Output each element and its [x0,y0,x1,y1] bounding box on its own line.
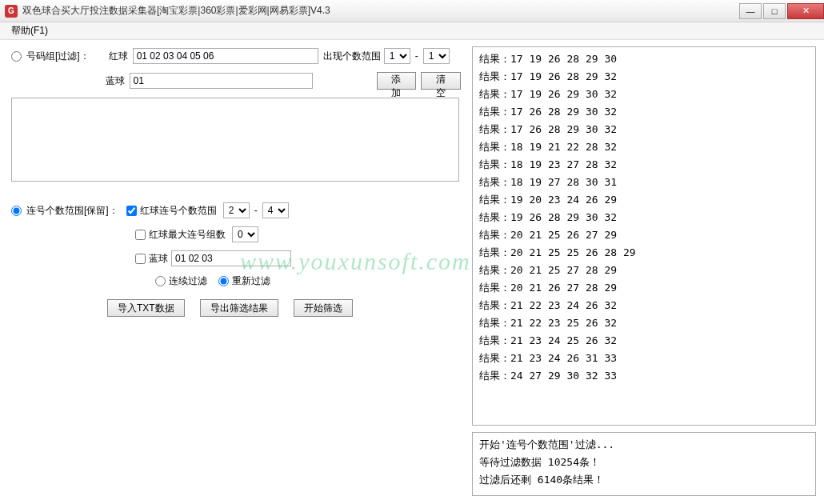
range-sep: - [415,50,418,62]
consecutive-range-section: 连号个数范围[保留]： 红球连号个数范围 2 - 4 红球最大连号组数 0 蓝球… [11,202,461,317]
result-line: 结果：21 23 24 25 26 32 [479,332,809,350]
restart-filter-option[interactable]: 重新过滤 [218,274,270,288]
result-line: 结果：19 20 23 24 26 29 [479,191,809,209]
red-range-to-select[interactable]: 4 [262,202,289,218]
result-line: 结果：17 26 28 29 30 32 [479,103,809,121]
consecutive-range-radio[interactable] [11,206,22,216]
result-line: 结果：21 22 23 25 26 32 [479,314,809,332]
add-button[interactable]: 添加 [377,72,417,90]
menu-help[interactable]: 帮助(F1) [5,22,54,39]
result-line: 结果：17 19 26 29 30 32 [479,86,809,103]
maximize-button[interactable]: □ [763,3,786,19]
log-line: 开始'连号个数范围'过滤... [479,436,809,454]
red-range-from-select[interactable]: 2 [223,202,250,218]
appear-range-label: 出现个数范围 [323,50,381,63]
window-title: 双色球合买大厅投注数据采集器[淘宝彩票|360彩票|爱彩网|网易彩票]V4.3 [22,4,738,18]
close-button[interactable]: ✕ [787,3,824,19]
blue-ball-label: 蓝球 [94,74,125,88]
range-to-select[interactable]: 1 [423,48,450,64]
result-line: 结果：20 21 25 25 26 28 29 [479,244,809,262]
minimize-button[interactable]: — [739,3,762,19]
result-line: 结果：17 19 26 28 29 32 [479,68,809,86]
result-line: 结果：21 23 24 26 31 33 [479,350,809,367]
number-group-radio[interactable] [11,51,22,62]
result-line: 结果：18 19 21 22 28 32 [479,138,809,156]
left-panel: 号码组[过滤]： 红球 出现个数范围 1 - 1 蓝球 添加 清空 连号个数范围… [0,40,472,502]
result-line: 结果：21 22 23 24 26 32 [479,297,809,314]
number-group-label: 号码组[过滤]： [26,50,90,63]
import-txt-button[interactable]: 导入TXT数据 [107,299,185,317]
result-line: 结果：19 26 28 29 30 32 [479,209,809,226]
number-group-list[interactable] [11,98,459,182]
start-filter-button[interactable]: 开始筛选 [294,299,353,317]
red-range-chk-label: 红球连号个数范围 [140,204,217,218]
blue-ball-input[interactable] [130,73,314,89]
continuous-filter-radio[interactable] [155,276,166,286]
max-group-label: 红球最大连号组数 [149,228,226,242]
blue-checkbox[interactable] [135,254,146,264]
result-line: 结果：17 26 28 29 30 32 [479,121,809,138]
result-line: 结果：17 19 26 28 29 30 [479,50,809,68]
result-line: 结果：20 21 26 27 28 29 [479,279,809,297]
result-line: 结果：18 19 27 28 30 31 [479,174,809,191]
consecutive-range-label: 连号个数范围[保留]： [26,204,118,218]
right-panel: 结果：17 19 26 28 29 30结果：17 19 26 28 29 32… [472,40,822,502]
max-group-select[interactable]: 0 [232,226,258,242]
result-line: 结果：20 21 25 26 27 29 [479,226,809,244]
blue-consecutive-input[interactable] [171,250,291,266]
result-line: 结果：18 19 23 27 28 32 [479,156,809,174]
continuous-filter-option[interactable]: 连续过滤 [155,274,207,288]
results-list[interactable]: 结果：17 19 26 28 29 30结果：17 19 26 28 29 32… [472,46,816,426]
export-results-button[interactable]: 导出筛选结果 [200,299,278,317]
log-line: 过滤后还剩 6140条结果！ [479,471,809,489]
restart-filter-radio[interactable] [218,276,229,286]
blue-chk-label: 蓝球 [149,252,168,266]
continuous-filter-label: 连续过滤 [169,274,207,288]
log-line: 等待过滤数据 10254条！ [479,454,809,471]
range-from-select[interactable]: 1 [384,48,410,64]
clear-button[interactable]: 清空 [421,72,461,90]
app-icon: G [5,5,18,18]
restart-filter-label: 重新过滤 [232,274,270,288]
menu-bar: 帮助(F1) [0,22,824,40]
title-bar: G 双色球合买大厅投注数据采集器[淘宝彩票|360彩票|爱彩网|网易彩票]V4.… [0,0,824,22]
red-ball-input[interactable] [133,48,318,64]
result-line: 结果：24 27 29 30 32 33 [479,367,809,385]
log-box[interactable]: 开始'连号个数范围'过滤... 等待过滤数据 10254条！ 过滤后还剩 614… [472,432,816,496]
result-line: 结果：20 21 25 27 28 29 [479,262,809,279]
max-group-checkbox[interactable] [135,230,146,240]
red-ball-label: 红球 [98,50,128,63]
red-range-sep: - [254,205,258,216]
red-range-checkbox[interactable] [126,206,137,216]
window-controls: — □ ✕ [738,3,824,19]
number-group-filter-section: 号码组[过滤]： 红球 出现个数范围 1 - 1 蓝球 添加 清空 [11,48,461,182]
